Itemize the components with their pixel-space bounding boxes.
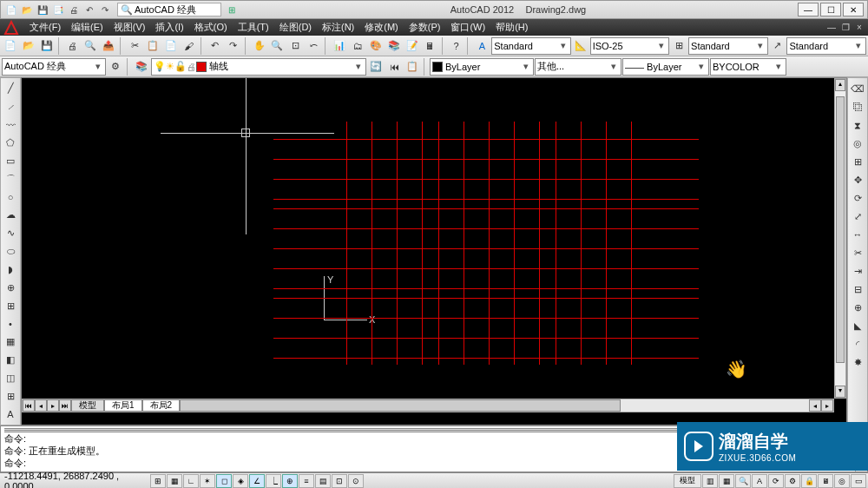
cut-button[interactable]: ✂ <box>126 37 143 55</box>
lock-ui-button[interactable]: 🔒 <box>801 474 817 488</box>
menu-window[interactable]: 窗口(W) <box>445 19 490 36</box>
help-button[interactable]: ? <box>448 37 465 55</box>
insert-icon[interactable]: ⊕ <box>2 279 19 296</box>
workspace-combo[interactable]: AutoCAD 经典▾ <box>2 58 106 76</box>
mleader-style-combo[interactable]: Standard▾ <box>786 37 866 55</box>
vertical-scrollbar[interactable]: ▴ ▾ <box>834 78 846 399</box>
copy-obj-icon[interactable]: ⿻ <box>849 98 866 115</box>
snap-button[interactable]: ⊞ <box>150 474 166 488</box>
erase-icon[interactable]: ⌫ <box>849 80 866 97</box>
layer-combo[interactable]: 💡☀🔓🖨 轴线▾ <box>151 58 366 76</box>
spline-icon[interactable]: ∿ <box>2 225 19 242</box>
preview-button[interactable]: 🔍 <box>82 37 100 55</box>
table-icon[interactable]: ⊞ <box>2 387 19 405</box>
annoscale-button[interactable]: 🔍 <box>735 474 751 488</box>
table-style-combo[interactable]: Standard▾ <box>688 37 768 55</box>
h-scrollbar[interactable] <box>180 399 809 412</box>
menu-help[interactable]: 帮助(H) <box>490 19 533 36</box>
plotstyle-combo[interactable]: BYCOLOR▾ <box>710 58 786 76</box>
offset-icon[interactable]: ◎ <box>849 135 866 152</box>
coordinates[interactable]: -11218.4491, 26887.2490 , 0.0000 <box>2 471 149 489</box>
menu-draw[interactable]: 绘图(D) <box>274 19 317 36</box>
circle-icon[interactable]: ○ <box>2 188 19 206</box>
zoom-prev-button[interactable]: ⤺ <box>305 37 322 55</box>
properties-button[interactable]: 📊 <box>331 37 348 55</box>
block-icon[interactable]: ⊞ <box>2 297 19 314</box>
drawing-area[interactable]: YX 👋 ▴ ▾ ⏮ ◂ ▸ ⏭ 模型 布局1 布局2 ◂ ▸ <box>21 77 847 425</box>
paste-button[interactable]: 📄 <box>162 37 180 55</box>
annoauto-button[interactable]: ⟳ <box>768 474 784 488</box>
hardware-button[interactable]: 🖥 <box>818 474 833 488</box>
scroll-left-button[interactable]: ◂ <box>809 399 821 412</box>
menu-format[interactable]: 格式(O) <box>189 19 233 36</box>
text-style-combo[interactable]: Standard▾ <box>491 37 571 55</box>
isolate-button[interactable]: ◎ <box>834 474 850 488</box>
tab-next-button[interactable]: ▸ <box>47 399 59 412</box>
stretch-icon[interactable]: ↔ <box>849 226 866 243</box>
mleader-icon[interactable]: ↗ <box>769 37 786 55</box>
tab-prev-button[interactable]: ◂ <box>35 399 47 412</box>
mirror-icon[interactable]: ⧗ <box>849 116 866 134</box>
maximize-button[interactable]: ☐ <box>820 3 841 16</box>
menu-file[interactable]: 文件(F) <box>24 19 66 36</box>
layout1-tab[interactable]: 布局1 <box>104 399 142 412</box>
undo-button[interactable]: ↶ <box>207 37 224 55</box>
region-icon[interactable]: ◫ <box>2 370 19 387</box>
layer-states-button[interactable]: 📋 <box>404 58 421 76</box>
zoom-button[interactable]: 🔍 <box>269 37 286 55</box>
search-box[interactable]: 🔍 AutoCAD 经典 <box>117 3 221 16</box>
annovis-button[interactable]: A <box>752 474 767 488</box>
rectangle-icon[interactable]: ▭ <box>2 152 19 169</box>
arc-icon[interactable]: ⌒ <box>2 170 19 188</box>
open-button[interactable]: 📂 <box>20 37 37 55</box>
tablestyle-icon[interactable]: ⊞ <box>670 37 687 55</box>
dcenter-button[interactable]: 🗂 <box>349 37 366 55</box>
dyn-button[interactable]: ⊕ <box>282 474 298 488</box>
redo-icon[interactable]: ↷ <box>98 3 112 16</box>
scale-icon[interactable]: ⤢ <box>849 208 866 225</box>
layer-match-button[interactable]: 🔄 <box>367 58 385 76</box>
zoom-window-button[interactable]: ⊡ <box>286 37 304 55</box>
menu-insert[interactable]: 插入(I) <box>150 19 188 36</box>
linetype-combo[interactable]: 其他...▾ <box>535 58 621 76</box>
trim-icon[interactable]: ✂ <box>849 244 866 261</box>
match-button[interactable]: 🖌 <box>181 37 198 55</box>
explode-icon[interactable]: ✸ <box>849 353 866 371</box>
qv-layouts-button[interactable]: ▥ <box>702 474 718 488</box>
array-icon[interactable]: ⊞ <box>849 153 866 170</box>
gradient-icon[interactable]: ◧ <box>2 352 19 369</box>
pan-button[interactable]: ✋ <box>251 37 268 55</box>
open-icon[interactable]: 📂 <box>20 3 34 16</box>
text-icon[interactable]: A <box>2 406 19 423</box>
extend-icon[interactable]: ⇥ <box>849 262 866 280</box>
line-icon[interactable]: ╱ <box>2 80 19 97</box>
doc-minimize-button[interactable]: — <box>825 23 838 32</box>
layer-props-button[interactable]: 📚 <box>133 58 150 76</box>
otrack-button[interactable]: ∠ <box>249 474 265 488</box>
ws-switch-button[interactable]: ⚙ <box>785 474 800 488</box>
color-combo[interactable]: ByLayer▾ <box>430 58 534 76</box>
plot-button[interactable]: 🖨 <box>64 37 82 55</box>
model-space-button[interactable]: 模型 <box>674 474 701 488</box>
polygon-icon[interactable]: ⬠ <box>2 135 19 152</box>
menu-modify[interactable]: 修改(M) <box>359 19 404 36</box>
close-button[interactable]: ✕ <box>843 3 864 16</box>
ws-settings-icon[interactable]: ⚙ <box>107 58 124 76</box>
3dosnap-button[interactable]: ◈ <box>233 474 248 488</box>
apps-icon[interactable]: ⊞ <box>225 3 239 16</box>
polar-button[interactable]: ✶ <box>200 474 215 488</box>
undo-icon[interactable]: ↶ <box>82 3 96 16</box>
doc-restore-button[interactable]: ❐ <box>838 23 852 32</box>
minimize-button[interactable]: — <box>798 3 819 16</box>
sheet-button[interactable]: 📚 <box>385 37 403 55</box>
break-icon[interactable]: ⊟ <box>849 280 866 298</box>
markup-button[interactable]: 📝 <box>404 37 421 55</box>
revcloud-icon[interactable]: ☁ <box>2 207 19 224</box>
pline-icon[interactable]: 〰 <box>2 116 19 134</box>
ellipse-icon[interactable]: ⬭ <box>2 243 19 260</box>
doc-close-button[interactable]: × <box>852 23 866 32</box>
xline-icon[interactable]: ⟋ <box>2 98 19 115</box>
redo-button[interactable]: ↷ <box>225 37 242 55</box>
new-button[interactable]: 📄 <box>2 37 19 55</box>
menu-tools[interactable]: 工具(T) <box>233 19 274 36</box>
